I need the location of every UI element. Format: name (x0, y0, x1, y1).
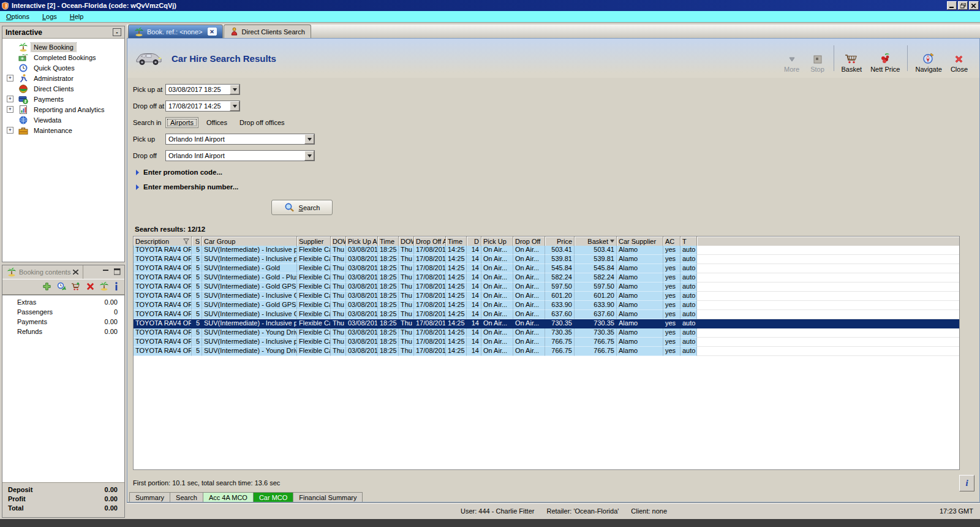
column-header-supplier[interactable]: Supplier (297, 237, 331, 246)
chevron-down-icon[interactable] (230, 101, 239, 111)
table-row[interactable]: TOYOTA RAV4 OR SI...5SUV(Intermediate) -… (134, 310, 959, 319)
tab-book-ref-none[interactable]: Book. ref.: <none>✕ (128, 25, 223, 38)
column-header-t[interactable]: T (680, 237, 697, 246)
booking-toolbar-refresh-clock-icon[interactable] (56, 281, 66, 292)
expand-plus-icon[interactable]: + (7, 106, 13, 113)
panel-minimize-icon[interactable] (103, 268, 109, 276)
promotion-code-expander[interactable]: Enter promotion code... (136, 169, 979, 176)
sidebar-item-completed-bookings[interactable]: Completed Bookings (2, 52, 124, 63)
table-row[interactable]: TOYOTA RAV4 OR SI...5SUV(Intermediate) -… (134, 255, 959, 264)
bottom-tab-search[interactable]: Search (170, 492, 203, 502)
menu-item-logs[interactable]: Logs (40, 12, 62, 22)
search-button[interactable]: Search (271, 200, 333, 215)
close-tab-icon[interactable]: ✕ (208, 28, 217, 36)
column-header-description[interactable]: Description (134, 237, 192, 246)
column-header-s[interactable]: S (192, 237, 202, 246)
cell-time: 14:25 (446, 338, 467, 347)
table-row[interactable]: TOYOTA RAV4 OR SI...5SUV(Intermediate) -… (134, 292, 959, 301)
minimize-button[interactable] (947, 1, 957, 10)
panel-maximize-icon[interactable] (114, 268, 121, 276)
collapse-button[interactable]: - (113, 28, 121, 36)
table-row[interactable]: TOYOTA RAV4 OR SI...5SUV(Intermediate) -… (134, 328, 959, 338)
sidebar-item-new-booking[interactable]: New Booking (2, 42, 124, 52)
expand-plus-icon[interactable]: + (7, 75, 13, 82)
bottom-tab-acc-4a-mco[interactable]: Acc 4A MCO (203, 492, 254, 502)
sidebar-item-viewdata[interactable]: Viewdata (2, 115, 124, 125)
table-row[interactable]: TOYOTA RAV4 OR SI...5SUV(Intermediate) -… (134, 301, 959, 310)
table-row[interactable]: TOYOTA RAV4 OR SI...5SUV(Intermediate) -… (134, 273, 959, 282)
menu-item-help[interactable]: Help (67, 12, 89, 22)
close-button[interactable]: Close (946, 42, 972, 74)
column-header-price[interactable]: Price (545, 237, 575, 246)
column-header-basket[interactable]: Basket (575, 237, 617, 246)
sidebar-item-payments[interactable]: +Payments (2, 94, 124, 104)
sidebar-item-direct-clients[interactable]: Direct Clients (2, 83, 124, 94)
menu-item-options[interactable]: Options (4, 12, 35, 22)
booking-toolbar-add-icon[interactable] (42, 282, 51, 292)
search-in-option-offices[interactable]: Offices (202, 118, 232, 127)
sidebar-item-maintenance[interactable]: +Maintenance (2, 125, 124, 135)
table-row[interactable]: TOYOTA RAV4 OR SI...5SUV(Intermediate) -… (134, 246, 959, 255)
cell-time: 14:25 (446, 264, 467, 273)
booking-toolbar-info-icon[interactable] (114, 282, 119, 292)
search-in-option-drop-off-offices[interactable]: Drop off offices (235, 118, 289, 127)
chevron-down-icon[interactable] (304, 134, 314, 144)
bottom-tab-summary[interactable]: Summary (129, 492, 170, 502)
dropoff-at-input[interactable]: 17/08/2017 14:25 (165, 100, 240, 112)
table-row[interactable]: TOYOTA RAV4 OR SI...5SUV(Intermediate) -… (134, 319, 959, 328)
column-header-label: DOW (401, 238, 414, 245)
tab-direct-clients-search[interactable]: Direct Clients Search (224, 25, 311, 38)
cell-time: 18:25 (378, 264, 399, 273)
membership-number-expander[interactable]: Enter membership number... (136, 183, 979, 191)
cell-ac: yes (663, 292, 680, 301)
expand-plus-icon[interactable]: + (7, 96, 13, 102)
column-header-d[interactable]: D (467, 237, 481, 246)
booking-toolbar-palm-tree-icon[interactable] (99, 281, 109, 292)
bottom-tab-car-mco[interactable]: Car MCO (254, 492, 293, 502)
grid-header: DescriptionSCar GroupSupplierDOWPick Up … (134, 237, 959, 246)
search-in-option-airports[interactable]: Airports (165, 117, 198, 128)
table-row[interactable]: TOYOTA RAV4 OR SI...5SUV(Intermediate) -… (134, 282, 959, 292)
booking-contents-tab[interactable]: Booking contents (2, 265, 83, 279)
navigation-tree: New BookingCompleted BookingsQuick Quote… (2, 39, 124, 135)
table-row[interactable]: TOYOTA RAV4 OR SI...5SUV(Intermediate) -… (134, 338, 959, 347)
column-header-dow[interactable]: DOW (331, 237, 346, 246)
column-header-car-supplier[interactable]: Car Supplier (617, 237, 663, 246)
column-header-time[interactable]: Time (378, 237, 399, 246)
booking-toolbar-basket-add-icon[interactable] (71, 282, 81, 292)
navigate-button[interactable]: Navigate (911, 42, 946, 74)
cell-car-supplier: Alamo (617, 338, 663, 347)
info-button[interactable]: i (959, 475, 974, 491)
close-panel-icon[interactable] (73, 268, 78, 276)
pickup-at-input[interactable]: 03/08/2017 18:25 (165, 84, 240, 95)
sidebar-item-reporting-and-analytics[interactable]: +Reporting and Analytics (2, 104, 124, 115)
column-header-label: Price (557, 238, 572, 245)
column-header-drop-off-at[interactable]: Drop Off At (414, 237, 446, 246)
basket-button[interactable]: Basket (837, 42, 867, 74)
nett-price-button[interactable]: Nett Price (866, 42, 904, 74)
booking-toolbar-delete-icon[interactable] (86, 282, 94, 292)
restore-button[interactable] (958, 1, 968, 10)
filter-icon[interactable] (183, 238, 189, 245)
table-row[interactable]: TOYOTA RAV4 OR SI...5SUV(Intermediate) -… (134, 347, 959, 356)
column-header-ac[interactable]: AC (663, 237, 680, 246)
column-header-dow[interactable]: DOW (399, 237, 414, 246)
chevron-down-icon[interactable] (304, 151, 314, 161)
pickup-location-select[interactable]: Orlando Intl Airport (165, 134, 315, 145)
column-header-pick-up[interactable]: Pick Up (481, 237, 513, 246)
close-button[interactable] (969, 1, 979, 10)
table-row[interactable]: TOYOTA RAV4 OR SI...5SUV(Intermediate) -… (134, 264, 959, 273)
column-header-drop-off[interactable]: Drop Off (513, 237, 545, 246)
chevron-down-icon[interactable] (230, 85, 239, 94)
cell-supplier: Flexible Car... (297, 282, 331, 292)
sidebar-item-quick-quotes[interactable]: Quick Quotes (2, 63, 124, 73)
column-header-car-group[interactable]: Car Group (202, 237, 297, 246)
column-header-time[interactable]: Time (446, 237, 467, 246)
dropoff-location-select[interactable]: Orlando Intl Airport (165, 150, 315, 161)
bottom-tab-financial-summary[interactable]: Financial Summary (293, 492, 363, 502)
column-header-pick-up-at[interactable]: Pick Up At (346, 237, 378, 246)
cell-dow: Thu (331, 255, 346, 264)
cell-description: TOYOTA RAV4 OR SI... (134, 319, 192, 328)
sidebar-item-administrator[interactable]: +Administrator (2, 73, 124, 83)
expand-plus-icon[interactable]: + (7, 127, 13, 134)
